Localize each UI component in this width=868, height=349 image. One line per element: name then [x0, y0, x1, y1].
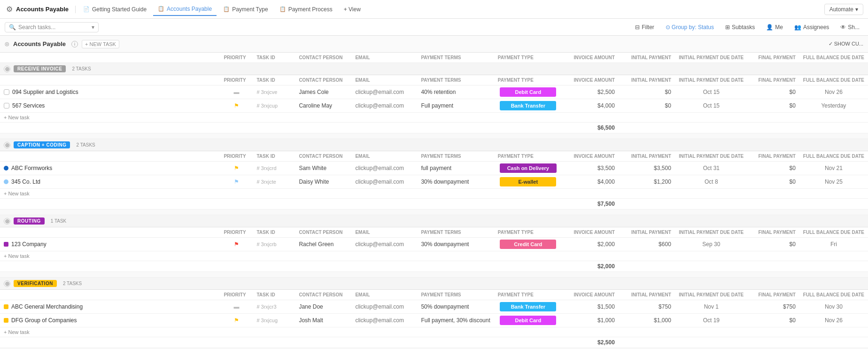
new-task-link[interactable]: + New task: [4, 329, 30, 335]
final-payment: $0: [748, 314, 799, 327]
new-task-button[interactable]: + NEW TASK: [82, 40, 119, 48]
task-checkbox[interactable]: [4, 103, 9, 109]
task-name[interactable]: 094 Supplier and Logistics: [12, 89, 78, 95]
task-name[interactable]: DFG Group of Companies: [11, 317, 77, 324]
task-name[interactable]: 345 Co. Ltd: [11, 178, 40, 185]
group-toggle-routing[interactable]: ◎: [4, 218, 10, 225]
nav-right: Automate ▾: [824, 4, 863, 15]
filter-button[interactable]: ⊟ Filter: [631, 23, 658, 32]
tab-accounts-payable[interactable]: 📋 Accounts Payable: [153, 3, 217, 16]
payment-terms: Full payment, 30% discount: [417, 314, 494, 327]
email: clickup@email.com: [351, 175, 417, 189]
group-toggle-receive-invoice[interactable]: ◎: [4, 66, 10, 72]
search-placeholder: Search tasks...: [18, 24, 55, 31]
col-header-balance: FULL BALANCE DUE DATE: [799, 53, 868, 63]
tab-payment-type[interactable]: 📋 Payment Type: [218, 3, 273, 16]
info-icon[interactable]: i: [71, 41, 78, 47]
invoice-amount: $1,000: [562, 314, 619, 327]
app-title: Accounts Payable: [16, 6, 69, 13]
search-box[interactable]: 🔍 Search tasks... ▾: [5, 22, 99, 32]
sub-col-verification-11: FULL BALANCE DUE DATE: [799, 290, 868, 300]
show-cu-button[interactable]: ✓ SHOW CU...: [829, 41, 863, 47]
me-button[interactable]: 👤 Me: [762, 23, 787, 32]
table-row[interactable]: 094 Supplier and Logistics ▬# 3rxjcveJam…: [0, 85, 868, 99]
initial-payment: $750: [619, 300, 675, 314]
assignees-button[interactable]: 👥 Assignees: [790, 23, 833, 32]
balance-due-date: Nov 26: [799, 314, 868, 327]
main-table: PRIORITY TASK ID CONTACT PERSON EMAIL PA…: [0, 53, 868, 349]
col-header-type: PAYMENT TYPE: [494, 53, 562, 63]
tab-icon-getting-started: 📄: [83, 6, 90, 12]
task-name[interactable]: 567 Services: [12, 102, 45, 109]
task-name-cell: 567 Services: [4, 102, 216, 109]
invoice-amount: $1,500: [562, 300, 619, 314]
table-row[interactable]: 567 Services ⚑# 3rxjcupCaroline Mayclick…: [0, 99, 868, 113]
sub-col-verification-10: FINAL PAYMENT: [748, 290, 799, 300]
subtasks-icon: ⊞: [725, 24, 730, 31]
task-name[interactable]: ABC General Merchandising: [11, 303, 83, 310]
nav-divider: [75, 6, 76, 13]
priority-flag: ⚑: [234, 102, 239, 109]
payment-type-badge: E-wallet: [500, 177, 556, 186]
invoice-amount: $2,500: [562, 85, 619, 99]
tab-getting-started[interactable]: 📄 Getting Started Guide: [78, 3, 151, 16]
sub-col-caption-coding-3: CONTACT PERSON: [295, 151, 351, 162]
group-by-button[interactable]: ⊙ Group by: Status: [662, 23, 718, 32]
table-row[interactable]: 123 Company ⚑# 3rxjcrbRachel Greenclicku…: [0, 238, 868, 251]
new-task-link[interactable]: + New task: [4, 115, 30, 120]
new-task-row[interactable]: + New task: [0, 327, 868, 337]
final-payment: $750: [748, 300, 799, 314]
sub-col-routing-4: EMAIL: [351, 227, 417, 238]
sub-col-verification-1: PRIORITY: [220, 290, 253, 300]
new-task-row[interactable]: + New task: [0, 251, 868, 261]
sub-header-routing: PRIORITYTASK IDCONTACT PERSONEMAILPAYMEN…: [0, 227, 868, 238]
me-label: Me: [775, 24, 783, 31]
table-row[interactable]: 345 Co. Ltd ⚑# 3rxjcteDaisy Whiteclickup…: [0, 175, 868, 189]
group-toggle-caption-coding[interactable]: ◎: [4, 142, 10, 148]
collapse-icon[interactable]: ◎: [5, 41, 9, 47]
sub-col-routing-9: INITIAL PAYMENT DUE DATE: [675, 227, 748, 238]
show-cu-label: ✓ SHOW CU...: [829, 41, 863, 47]
payment-type-cell: Bank Transfer: [494, 300, 562, 314]
show-button[interactable]: 👁 Sh...: [837, 23, 863, 32]
task-name-cell: DFG Group of Companies: [4, 317, 216, 324]
task-id: # 3rxjcve: [253, 85, 295, 99]
group-header-receive-invoice: ◎ RECEIVE INVOICE 2 TASKS: [0, 63, 868, 75]
initial-payment-due-date: Oct 8: [675, 175, 748, 189]
payment-type-badge: Cash on Delivery: [500, 163, 557, 173]
col-header-due: INITIAL PAYMENT DUE DATE: [675, 53, 748, 63]
sub-col-verification-2: TASK ID: [253, 290, 295, 300]
subtotal-row-verification: $2,500: [0, 337, 868, 348]
task-name[interactable]: ABC Formworks: [11, 165, 52, 171]
automate-button[interactable]: Automate ▾: [824, 4, 863, 15]
initial-payment: $0: [619, 85, 675, 99]
task-checkbox[interactable]: [4, 89, 9, 95]
tab-view[interactable]: + View: [339, 3, 365, 16]
table-row[interactable]: ABC Formworks ⚑# 3rxjcrdSam Whiteclickup…: [0, 162, 868, 175]
task-name[interactable]: 123 Company: [11, 241, 46, 248]
toolbar: 🔍 Search tasks... ▾ ⊟ Filter ⊙ Group by:…: [0, 19, 868, 36]
sub-col-caption-coding-9: INITIAL PAYMENT DUE DATE: [675, 151, 748, 162]
tab-icon-payment-type: 📋: [223, 6, 230, 12]
table-row[interactable]: ABC General Merchandising ▬# 3rxjcr3Jane…: [0, 300, 868, 314]
balance-due-date: Nov 25: [799, 175, 868, 189]
me-icon: 👤: [766, 24, 773, 31]
sub-col-verification-7: INVOICE AMOUNT: [562, 290, 619, 300]
group-toggle-verification[interactable]: ◎: [4, 280, 10, 287]
tab-payment-process[interactable]: 📋 Payment Process: [275, 3, 337, 16]
new-task-row[interactable]: + New task: [0, 189, 868, 199]
group-badge-routing: ROUTING: [14, 217, 45, 225]
new-task-row[interactable]: + New task: [0, 113, 868, 123]
sub-col-receive-invoice-7: INVOICE AMOUNT: [562, 75, 619, 85]
subtasks-button[interactable]: ⊞ Subtasks: [721, 23, 759, 32]
task-id: # 3rxjcup: [253, 99, 295, 113]
sub-col-verification-4: EMAIL: [351, 290, 417, 300]
new-task-link[interactable]: + New task: [4, 191, 30, 196]
col-header-task: [0, 53, 220, 63]
table-row[interactable]: DFG Group of Companies ⚑# 3rxjcugJosh Ma…: [0, 314, 868, 327]
balance-due-date: Fri: [799, 238, 868, 251]
subtotal-row-receive-invoice: $6,500: [0, 123, 868, 133]
group-spacer: [0, 209, 868, 215]
new-task-link[interactable]: + New task: [4, 253, 30, 259]
subtotal-amount-verification: $2,500: [562, 337, 619, 348]
